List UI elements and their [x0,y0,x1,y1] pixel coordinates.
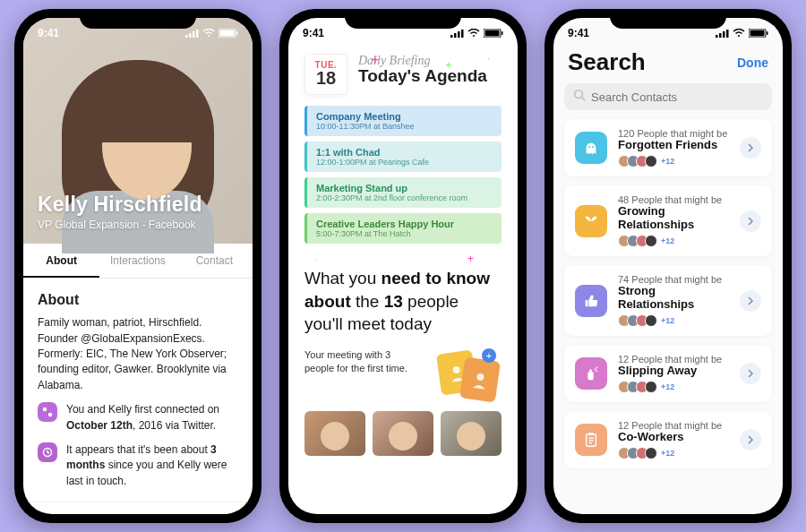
battery-icon [219,29,238,38]
need-to-know-text: What you need to know about the 13 peopl… [304,267,502,336]
wifi-icon [733,29,745,38]
svg-point-4 [208,35,210,37]
notch [80,9,196,29]
svg-rect-38 [588,433,593,435]
avatar [645,314,657,327]
event-title: Company Meeting [316,111,493,122]
avatar-row: +12 [618,235,729,247]
category-row[interactable]: 12 People that might beSlipping Away+12 [564,345,772,402]
notch [610,9,726,29]
svg-point-15 [473,35,475,37]
svg-rect-12 [454,33,457,38]
person-thumb[interactable] [373,411,433,456]
meeting-text: Your meeting with 3 people for the first… [304,348,412,402]
meeting-summary: Your meeting with 3 people for the first… [288,343,518,402]
thumbsup-icon [575,285,607,317]
clipboard-icon [575,424,607,456]
category-name: Growing Relationships [618,204,729,231]
chevron-right-icon[interactable] [740,290,761,312]
chevron-right-icon[interactable] [740,363,761,384]
svg-rect-3 [196,30,199,38]
svg-point-29 [575,90,583,99]
search-title: Search [568,48,646,76]
clock-icon [38,442,57,462]
notes-row: Notes View All [23,502,253,514]
agenda-event[interactable]: Company Meeting10:00-11:30PM at Banshee [304,106,502,136]
chevron-right-icon[interactable] [740,429,761,450]
svg-point-19 [452,365,460,373]
category-body: 12 People that might beCo-Workers+12 [618,420,729,459]
date-card: TUE. 18 [304,54,347,95]
category-body: 120 People that might beForgotten Friend… [618,128,729,167]
avatar-row: +12 [618,447,729,459]
done-button[interactable]: Done [737,56,768,70]
person-thumb[interactable] [304,411,365,456]
notes-viewall[interactable]: View All [194,512,238,514]
svg-rect-17 [485,30,500,37]
svg-point-35 [596,370,597,372]
svg-rect-11 [450,35,453,38]
svg-rect-24 [726,30,729,38]
search-header: Search Done [553,45,783,83]
search-bar[interactable] [564,83,772,110]
last-in-touch-text: It appears that it's been about 3 months… [66,442,238,489]
battery-icon [749,29,768,38]
event-sub: 2:00-2:30PM at 2nd floor conference room [316,193,493,202]
event-list: Company Meeting10:00-11:30PM at Banshee1… [304,106,502,244]
last-in-touch-row: It appears that it's been about 3 months… [38,442,238,489]
person-thumb[interactable] [441,411,502,456]
search-icon [573,89,586,105]
spray-icon [575,357,607,390]
category-row[interactable]: 74 People that might beStrong Relationsh… [564,265,772,336]
need-to-know: What you need to know about the 13 peopl… [288,249,518,343]
category-name: Slipping Away [618,364,729,377]
notes-label: Notes [38,511,75,514]
svg-point-20 [476,373,484,381]
category-row[interactable]: 120 People that might beForgotten Friend… [564,119,772,176]
svg-rect-21 [716,35,718,38]
status-time: 9:41 [568,27,589,39]
avatar [645,235,657,247]
svg-rect-0 [185,35,188,38]
svg-rect-18 [502,31,503,35]
agenda-event[interactable]: Marketing Stand up2:00-2:30PM at 2nd flo… [304,177,502,208]
svg-rect-28 [767,31,768,35]
category-row[interactable]: 48 People that might beGrowing Relations… [564,185,772,256]
svg-rect-6 [220,30,235,37]
svg-rect-22 [719,33,722,38]
agenda-event[interactable]: Creative Leaders Happy Hour5:00-7:30PM a… [304,213,502,244]
connect-icon [38,402,57,422]
svg-point-30 [588,146,590,148]
svg-rect-2 [193,31,195,38]
phone-briefing: 9:41 +✦··+ TUE. 18 Daily Briefing Today'… [279,9,527,523]
search-input[interactable] [591,90,763,104]
phone-profile: 9:41 Kelly Hirschfield VP Global Expansi… [14,9,262,523]
briefing-header: +✦··+ TUE. 18 Daily Briefing Today's Age… [288,45,518,244]
event-title: Marketing Stand up [316,183,493,193]
event-sub: 10:00-11:30PM at Banshee [316,122,493,131]
signal-icon [450,29,464,38]
svg-rect-23 [723,31,725,38]
chevron-right-icon[interactable] [740,210,761,232]
status-time: 9:41 [38,27,59,39]
phone-search: 9:41 Search Done 120 People that might b… [544,9,792,523]
category-row[interactable]: 12 People that might beCo-Workers+12 [564,411,772,468]
avatar-row: +12 [618,314,729,327]
event-sub: 5:00-7:30PM at The Hatch [316,229,493,238]
category-body: 74 People that might beStrong Relationsh… [618,274,729,327]
plus-icon: + [482,348,496,363]
category-name: Strong Relationships [618,284,729,311]
date-num: 18 [305,68,347,89]
agenda-event[interactable]: 1:1 with Chad12:00-1:00PM at Pearings Ca… [304,142,502,172]
avatar [645,155,657,167]
signal-icon [185,29,199,38]
ghost-icon [575,132,607,164]
status-time: 9:41 [303,27,324,39]
more-count: +12 [661,316,674,325]
category-name: Co-Workers [618,430,729,443]
avatar-row: +12 [618,381,729,393]
first-connected-text: You and Kelly first connected on October… [66,402,238,433]
chevron-right-icon[interactable] [740,137,761,159]
svg-rect-13 [458,31,460,38]
screen-briefing: 9:41 +✦··+ TUE. 18 Daily Briefing Today'… [288,18,518,514]
